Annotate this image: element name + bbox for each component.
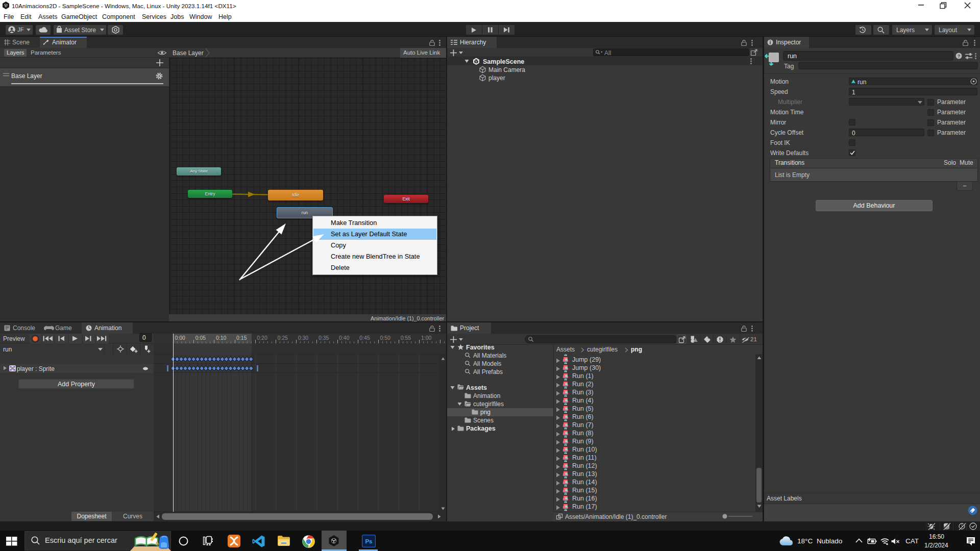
svg-text:Ps: Ps [365,538,372,544]
svg-text:?: ? [958,54,961,59]
